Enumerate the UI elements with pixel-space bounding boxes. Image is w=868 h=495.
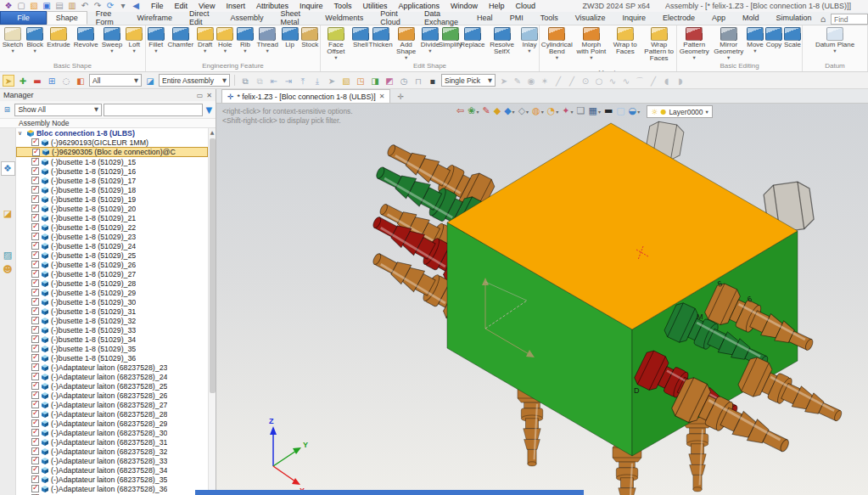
app-logo-icon[interactable]: ❖: [3, 1, 14, 11]
expander-icon[interactable]: ∨: [18, 130, 25, 137]
ribbon-tab-inquire[interactable]: Inquire: [614, 11, 655, 25]
render-sphere-icon[interactable]: ◍: [532, 105, 544, 118]
ribbon-tab-visualize[interactable]: Visualize: [567, 11, 614, 25]
ribbon-button-resolve-selfx[interactable]: Resolve SelfX ▾: [484, 27, 520, 61]
tree-checkbox[interactable]: ✓: [31, 177, 39, 184]
manager-search-input[interactable]: [104, 104, 203, 116]
ribbon-tab-direct-edit[interactable]: Direct Edit: [181, 11, 221, 25]
ribbon-button-mirror-geometry[interactable]: Mirror Geometry ▾: [712, 27, 747, 61]
pick-filter-chart-icon[interactable]: ◧: [75, 75, 87, 87]
window-pick-icon[interactable]: ⊞: [46, 75, 58, 87]
tree-item[interactable]: ∨ ✓ (-)busette 1-8 (51029)_36: [16, 353, 208, 363]
ribbon-button-morph-with-point[interactable]: Morph with Point ▾: [574, 27, 609, 61]
tree-item[interactable]: ∨ ✓ (-)busette 1-8 (51029)_25: [16, 250, 208, 260]
ribbon-button-face-offset[interactable]: Face Offset ▾: [321, 27, 351, 61]
ribbon-button-draft[interactable]: Draft ▾: [195, 27, 216, 54]
tree-checkbox[interactable]: ✓: [31, 466, 39, 474]
ribbon-tab-wireframe[interactable]: Wireframe: [129, 11, 182, 25]
panel-close-icon[interactable]: ✕: [206, 92, 212, 99]
tree-item[interactable]: ∨ ✓ (-)Adaptateur laiton (68237528)_28: [16, 409, 208, 419]
tree-item[interactable]: ∨ ✓ (-)busette 1-8 (51029)_31: [16, 307, 208, 316]
tree-item[interactable]: ∨ ✓ (-)Adaptateur laiton (68237528)_29: [16, 419, 208, 428]
ribbon-button-datum-plane[interactable]: Datum Plane ▾: [814, 27, 856, 54]
view-orient-icon[interactable]: ✦: [562, 105, 573, 118]
tree-item[interactable]: ∨ ✓ (-)Adaptateur laiton (68237528)_36: [16, 484, 208, 493]
scrollbar-thumb[interactable]: [210, 138, 216, 393]
tree-item[interactable]: ∨ ✓ (-)busette 1-8 (51029)_26: [16, 260, 208, 269]
ribbon-button-lip[interactable]: Lip ▾: [280, 27, 300, 54]
tree-checkbox[interactable]: ✓: [31, 447, 39, 455]
menu-item[interactable]: Edit: [175, 2, 188, 10]
display-mode-icon[interactable]: ▦: [588, 105, 600, 118]
render-manager-icon[interactable]: ◨: [369, 75, 381, 87]
pick-spline-icon[interactable]: ∿: [607, 75, 619, 87]
tree-item[interactable]: ∨ ✓ (-)busette 1-8 (51029)_30: [16, 297, 208, 307]
menu-item[interactable]: Tools: [333, 2, 351, 10]
tree-checkbox[interactable]: ✓: [31, 261, 39, 268]
command-find-input[interactable]: [831, 14, 868, 25]
tree-item[interactable]: ∨ ✓ (-)busette 1-8 (51029)_21: [16, 213, 208, 222]
ribbon-tab-sheet-metal[interactable]: Sheet Metal: [272, 11, 317, 25]
pick-segment-icon[interactable]: ╱: [566, 75, 578, 87]
user-manager-icon[interactable]: ☻: [1, 262, 15, 277]
remove-pick-icon[interactable]: ▬: [31, 75, 43, 87]
tree-item[interactable]: ∨ ✓ (-)Adaptateur laiton (68237528)_33: [16, 456, 208, 465]
scroll-up-icon[interactable]: ▲: [209, 128, 216, 136]
ribbon-button-inlay[interactable]: Inlay ▾: [520, 27, 539, 54]
open-folder-icon[interactable]: ▧: [29, 1, 39, 11]
tree-item[interactable]: ∨ ✓ (-)busette 1-8 (51029)_19: [16, 194, 208, 204]
paint-face-icon[interactable]: ✎: [482, 105, 490, 118]
ribbon-tab-file[interactable]: File: [0, 11, 47, 25]
ribbon-button-stock[interactable]: Stock ▾: [300, 27, 320, 54]
tree-item[interactable]: ∨ ✓ (-)busette 1-8 (51029)_18: [16, 185, 208, 194]
tree-checkbox[interactable]: ✓: [31, 326, 39, 334]
pick-from-list-icon[interactable]: ⧈: [2, 103, 13, 116]
folder-icon[interactable]: ▧: [340, 75, 352, 87]
ribbon-button-sweep[interactable]: Sweep ▾: [100, 27, 124, 54]
unlink-reference-icon[interactable]: ⧉: [254, 75, 266, 87]
tree-checkbox[interactable]: ✓: [31, 345, 39, 352]
ribbon-button-loft[interactable]: Loft ▾: [124, 27, 144, 54]
tree-checkbox[interactable]: ✓: [31, 186, 39, 194]
shade-mode-icon[interactable]: ◆: [504, 105, 514, 118]
hide-bar-icon[interactable]: ▬: [604, 105, 613, 118]
tree-checkbox[interactable]: ✓: [31, 438, 39, 446]
tree-item[interactable]: ∨ ✓ (-)busette 1-8 (51029)_33: [16, 325, 208, 335]
ribbon-tab-data-exchange[interactable]: Data Exchange: [416, 11, 468, 25]
menu-item[interactable]: Insert: [226, 2, 245, 10]
ribbon-button-wrap-to-faces[interactable]: Wrap to Faces ▾: [608, 27, 641, 61]
section-view-icon[interactable]: ◔: [547, 105, 559, 118]
tree-checkbox[interactable]: ✓: [31, 242, 39, 250]
gold-shade-icon[interactable]: ◆: [494, 105, 501, 118]
ribbon-tab-simulation[interactable]: Simulation: [768, 11, 820, 25]
new-file-icon[interactable]: ▢: [16, 1, 26, 11]
tree-item[interactable]: ∨ ✓ (-)96290305 (Bloc de connection)@C: [16, 147, 208, 157]
multi-open-icon[interactable]: ▥: [67, 1, 77, 11]
tree-checkbox[interactable]: ✓: [31, 251, 39, 259]
tree-checkbox[interactable]: ✓: [31, 270, 39, 278]
tree-checkbox[interactable]: ✓: [31, 195, 39, 203]
ribbon-button-divide[interactable]: Divide ▾: [421, 27, 440, 54]
tree-filter-combo[interactable]: Show All▼: [14, 104, 102, 116]
ribbon-tab-assembly[interactable]: Assembly: [222, 11, 272, 25]
pick-line-icon[interactable]: ╱: [552, 75, 564, 87]
assembly-tree-icon[interactable]: ❖: [1, 161, 15, 176]
ribbon-tab-app[interactable]: App: [703, 11, 734, 25]
tree-item[interactable]: ∨ ✓ (-)busette 1-8 (51029)_28: [16, 278, 208, 288]
ribbon-button-revolve[interactable]: Revolve ▾: [72, 27, 100, 54]
move-down-icon[interactable]: ⤓: [311, 75, 323, 87]
ribbon-button-thicken[interactable]: Thicken ▾: [370, 27, 392, 54]
ribbon-button-sketch[interactable]: Sketch ▾: [1, 27, 25, 54]
menu-item[interactable]: Help: [489, 2, 505, 10]
tree-checkbox[interactable]: ✓: [31, 419, 39, 427]
ribbon-button-rib[interactable]: Rib ▾: [235, 27, 255, 54]
tree-item[interactable]: ∨ ✓ (-)busette 1-8 (51029)_24: [16, 241, 208, 250]
ribbon-button-scale[interactable]: Scale ▾: [783, 27, 802, 54]
pick-face-icon[interactable]: ◖: [661, 75, 673, 87]
ribbon-tab-heal[interactable]: Heal: [468, 11, 501, 25]
material-render-icon[interactable]: ❀: [468, 105, 479, 118]
visual-manager-icon[interactable]: ▨: [1, 248, 15, 262]
ribbon-button-wrap-pattern-to-faces[interactable]: Wrap Pattern to Faces ▾: [641, 27, 676, 68]
tree-checkbox[interactable]: ✓: [31, 307, 39, 315]
water-shade-icon[interactable]: ◒: [629, 105, 641, 118]
